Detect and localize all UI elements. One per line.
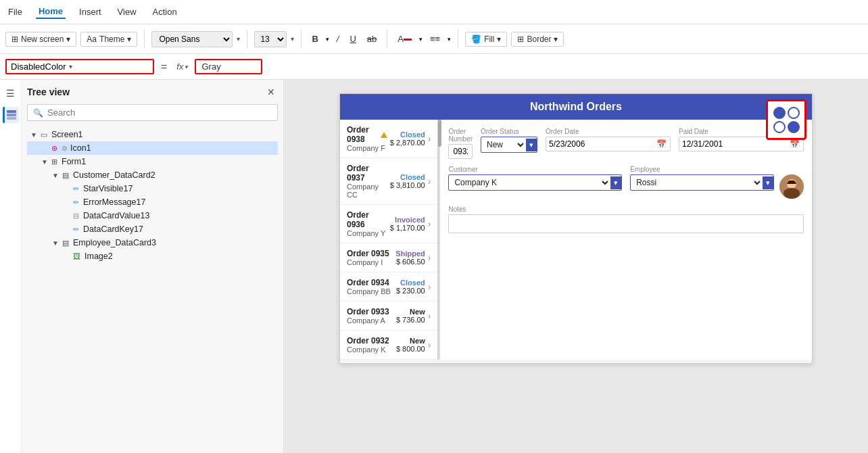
list-item[interactable]: Order 0938 Company F Closed $ 2,870.00 › (340, 120, 437, 158)
order-status-select[interactable]: New Closed (481, 137, 526, 152)
border-icon: ⊞ (517, 34, 524, 44)
search-icon: 🔍 (33, 108, 43, 118)
border-button[interactable]: ⊞ Border ▾ (511, 32, 564, 47)
employee-wrapper: Rossi ▾ (630, 174, 774, 191)
strikethrough-button[interactable]: ab (364, 32, 380, 46)
tree-item-starvisible17[interactable]: ✏ StarVisible17 (27, 182, 278, 195)
calendar-icon[interactable]: 📅 (653, 137, 670, 151)
customer-employee-row: Customer Company K ▾ Employee (448, 166, 804, 199)
tree-item-datacardvalue13[interactable]: ⊟ DataCardValue13 (27, 209, 278, 222)
underline-button[interactable]: U (346, 32, 359, 46)
menu-insert[interactable]: Insert (76, 5, 104, 18)
order-number: Order 0934 (347, 278, 393, 287)
screen1-label: Screen1 (51, 130, 83, 139)
font-color-button[interactable]: A (394, 32, 415, 46)
tree-close-button[interactable]: ✕ (264, 85, 278, 99)
tree-search-box: 🔍 (27, 104, 278, 121)
tree-item-screen1[interactable]: ▼ ▭ Screen1 (27, 128, 278, 141)
order-date-field: Order Date 📅 (546, 128, 671, 159)
list-item[interactable]: Order 0935 Company I Shipped $ 606.50 › (340, 243, 437, 272)
notes-input[interactable] (448, 214, 804, 233)
order-status-arrow-icon[interactable]: ▾ (526, 139, 537, 151)
expand-arrow-screen1: ▼ (30, 131, 38, 139)
svg-rect-0 (7, 110, 16, 113)
search-input[interactable] (47, 108, 272, 118)
order-list: Order 0938 Company F Closed $ 2,870.00 › (340, 120, 438, 360)
tree-item-image2[interactable]: 🖼 Image2 (27, 249, 278, 263)
detail-grid: Order Number Order Status New Closed (448, 128, 804, 159)
hamburger-icon[interactable]: ☰ (3, 85, 19, 101)
list-chevron-icon: › (428, 339, 431, 350)
notes-field: Notes (448, 206, 804, 233)
icon-circles-grid (771, 104, 802, 136)
employee-field: Employee Rossi ▾ (630, 166, 804, 199)
fill-button[interactable]: 🪣 Fill ▾ (465, 32, 507, 47)
fx-button[interactable]: fx ▾ (174, 60, 191, 73)
form-icon: ⊞ (51, 158, 57, 166)
order-status: Closed (390, 130, 425, 139)
align-button[interactable]: ≡≡ (427, 32, 443, 46)
order-info: Order 0934 Company BB (347, 278, 393, 295)
list-chevron-icon: › (428, 281, 431, 292)
list-item[interactable]: Order 0932 Company K New $ 800.00 › (340, 331, 437, 360)
theme-button[interactable]: Aa Theme ▾ (80, 32, 137, 47)
order-company: Company F (347, 144, 387, 152)
employee-avatar (779, 174, 804, 199)
font-family-select[interactable]: Open Sans (151, 31, 233, 47)
list-item[interactable]: Order 0934 Company BB Closed $ 230.00 › (340, 272, 437, 302)
equals-sign: = (158, 61, 170, 73)
warn-icon (381, 132, 387, 138)
customer-datacard2-label: Customer_DataCard2 (73, 170, 155, 180)
list-item[interactable]: Order 0936 Company Y Invoiced $ 1,170.00… (340, 205, 437, 243)
italic-button[interactable]: / (333, 32, 343, 46)
menu-home[interactable]: Home (36, 5, 66, 19)
tree-item-errormessage17[interactable]: ✏ ErrorMessage17 (27, 195, 278, 209)
menu-action[interactable]: Action (150, 5, 180, 18)
order-company: Company A (347, 316, 393, 325)
menu-view[interactable]: View (115, 5, 139, 18)
tree-item-form1[interactable]: ▼ ⊞ Form1 (27, 155, 278, 168)
align-chevron-icon: ▾ (448, 36, 451, 43)
order-status: New (396, 308, 425, 316)
layers-icon[interactable] (3, 107, 19, 123)
list-item[interactable]: Order 0937 Company CC Closed $ 3,810.00 … (340, 158, 437, 205)
tree-item-employee-datacard3[interactable]: ▼ ▤ Employee_DataCard3 (27, 236, 278, 249)
customer-arrow-icon[interactable]: ▾ (610, 176, 621, 189)
formula-input[interactable] (195, 59, 262, 74)
customer-select[interactable]: Company K (449, 175, 610, 190)
order-number-input[interactable] (448, 144, 473, 159)
scrollbar-thumb[interactable] (438, 120, 441, 147)
tree-item-datacardkey17[interactable]: ✏ DataCardKey17 (27, 222, 278, 236)
tree-item-icon1[interactable]: ⊛ ⚙ Icon1 (27, 141, 278, 155)
tree-item-customer-datacard2[interactable]: ▼ ▤ Customer_DataCard2 (27, 168, 278, 182)
order-status-label: Order Status (481, 128, 537, 135)
scrollbar-track[interactable] (438, 120, 440, 360)
bold-button[interactable]: B (308, 32, 321, 46)
menu-file[interactable]: File (5, 5, 25, 18)
customer-wrapper: Company K ▾ (448, 174, 622, 191)
main-layout: ☰ Tree view ✕ 🔍 ▼ (0, 80, 868, 453)
name-box[interactable]: DisabledColor ▾ (5, 59, 154, 74)
image-icon: 🖼 (73, 252, 80, 260)
order-date-input[interactable] (546, 137, 653, 151)
order-info: Order 0932 Company K (347, 336, 393, 354)
list-item[interactable]: Order 0933 Company A New $ 736.00 › (340, 302, 437, 331)
theme-icon: Aa (87, 34, 97, 44)
employee-select[interactable]: Rossi (631, 175, 763, 190)
separator-3 (301, 30, 302, 49)
icon-overlay[interactable] (766, 99, 806, 140)
new-screen-button[interactable]: ⊞ New screen ▾ (5, 32, 76, 47)
separator-1 (144, 30, 145, 49)
font-size-select[interactable]: 13 (254, 31, 287, 47)
order-status-field: Order Status New Closed ▾ (481, 128, 537, 159)
toolbar: ⊞ New screen ▾ Aa Theme ▾ Open Sans ▾ 13… (0, 24, 868, 54)
employee-label: Employee (630, 166, 804, 173)
order-number-label: Order Number (448, 128, 473, 143)
order-company: Company Y (347, 229, 387, 237)
form1-label: Form1 (62, 157, 86, 166)
svg-point-5 (783, 188, 800, 199)
errormessage17-label: ErrorMessage17 (83, 197, 145, 207)
tree-panel: Tree view ✕ 🔍 ▼ ▭ Screen1 ⊛ ⚙ (22, 80, 283, 453)
font-color-chevron-icon: ▾ (419, 36, 423, 43)
employee-arrow-icon[interactable]: ▾ (763, 176, 773, 189)
